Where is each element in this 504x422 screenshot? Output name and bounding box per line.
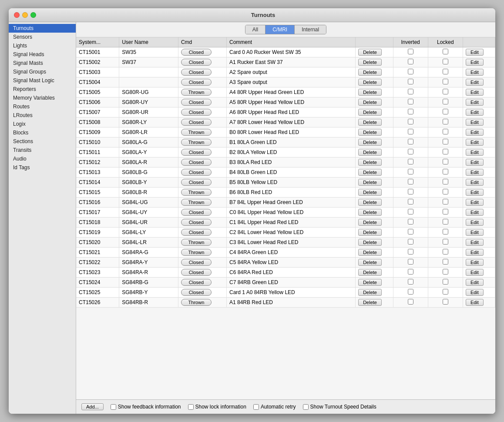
cell-inverted-3[interactable] <box>393 77 428 87</box>
cell-edit-23[interactable]: Edit <box>463 278 495 288</box>
locked-checkbox-16[interactable] <box>443 209 448 214</box>
edit-button-1[interactable]: Edit <box>466 59 484 66</box>
cell-inverted-10[interactable] <box>393 147 428 157</box>
cell-delete-23[interactable]: Delete <box>356 278 393 288</box>
cmd-button-13[interactable]: Closed <box>181 179 212 186</box>
cell-delete-21[interactable]: Delete <box>356 258 393 268</box>
cell-inverted-13[interactable] <box>393 178 428 188</box>
cell-edit-10[interactable]: Edit <box>463 147 495 157</box>
cell-locked-13[interactable] <box>428 178 463 188</box>
inverted-checkbox-13[interactable] <box>408 179 413 184</box>
feedback-checkbox[interactable] <box>111 404 116 410</box>
cmd-button-9[interactable]: Thrown <box>181 139 212 146</box>
delete-button-24[interactable]: Delete <box>358 289 382 296</box>
edit-button-9[interactable]: Edit <box>466 139 484 146</box>
cell-cmd-15[interactable]: Thrown <box>178 198 226 208</box>
cell-edit-7[interactable]: Edit <box>463 117 495 127</box>
inverted-checkbox-22[interactable] <box>408 269 413 275</box>
cell-delete-19[interactable]: Delete <box>356 238 393 248</box>
cmd-button-14[interactable]: Thrown <box>181 189 212 196</box>
cell-inverted-4[interactable] <box>393 87 428 97</box>
edit-button-19[interactable]: Edit <box>466 239 484 246</box>
delete-button-4[interactable]: Delete <box>358 89 382 96</box>
locked-checkbox-11[interactable] <box>443 159 448 164</box>
cmd-button-20[interactable]: Thrown <box>181 249 212 256</box>
cell-inverted-2[interactable] <box>393 67 428 77</box>
edit-button-16[interactable]: Edit <box>466 209 484 216</box>
edit-button-11[interactable]: Edit <box>466 159 484 166</box>
inverted-checkbox-19[interactable] <box>408 239 413 244</box>
cell-locked-9[interactable] <box>428 137 463 147</box>
delete-button-17[interactable]: Delete <box>358 219 382 226</box>
delete-button-6[interactable]: Delete <box>358 109 382 116</box>
locked-checkbox-4[interactable] <box>443 89 448 94</box>
cell-delete-8[interactable]: Delete <box>356 127 393 137</box>
cell-cmd-22[interactable]: Closed <box>178 268 226 278</box>
cell-inverted-7[interactable] <box>393 117 428 127</box>
cell-inverted-21[interactable] <box>393 258 428 268</box>
inverted-checkbox-1[interactable] <box>408 59 413 64</box>
cell-inverted-6[interactable] <box>393 107 428 117</box>
sidebar-item-blocks[interactable]: Blocks <box>9 128 76 137</box>
locked-checkbox-24[interactable] <box>443 289 448 295</box>
cell-cmd-23[interactable]: Closed <box>178 278 226 288</box>
cell-cmd-5[interactable]: Closed <box>178 97 226 107</box>
speed-checkbox[interactable] <box>303 404 309 410</box>
inverted-checkbox-10[interactable] <box>408 149 413 154</box>
locked-checkbox-22[interactable] <box>443 269 448 275</box>
cell-delete-20[interactable]: Delete <box>356 248 393 258</box>
cell-locked-18[interactable] <box>428 228 463 238</box>
sidebar-item-signal-mast-logic[interactable]: Signal Mast Logic <box>9 76 76 85</box>
cell-cmd-0[interactable]: Closed <box>178 47 226 57</box>
locked-checkbox-18[interactable] <box>443 229 448 234</box>
cmd-button-18[interactable]: Closed <box>181 229 212 236</box>
cell-locked-7[interactable] <box>428 117 463 127</box>
locked-checkbox-25[interactable] <box>443 299 448 305</box>
cell-delete-17[interactable]: Delete <box>356 218 393 228</box>
cmd-button-16[interactable]: Closed <box>181 209 212 216</box>
locked-checkbox-0[interactable] <box>443 49 448 54</box>
sidebar-item-routes[interactable]: Routes <box>9 102 76 111</box>
cell-locked-1[interactable] <box>428 57 463 67</box>
cell-locked-3[interactable] <box>428 77 463 87</box>
cell-edit-18[interactable]: Edit <box>463 228 495 238</box>
locked-checkbox-19[interactable] <box>443 239 448 244</box>
cell-locked-10[interactable] <box>428 147 463 157</box>
cell-cmd-11[interactable]: Closed <box>178 157 226 167</box>
delete-button-15[interactable]: Delete <box>358 199 382 206</box>
delete-button-25[interactable]: Delete <box>358 299 382 306</box>
inverted-checkbox-15[interactable] <box>408 199 413 204</box>
inverted-checkbox-20[interactable] <box>408 249 413 255</box>
cell-inverted-20[interactable] <box>393 248 428 258</box>
sidebar-item-sensors[interactable]: Sensors <box>9 33 76 41</box>
locked-checkbox-6[interactable] <box>443 109 448 114</box>
sidebar-item-transits[interactable]: Transits <box>9 146 76 154</box>
cell-edit-2[interactable]: Edit <box>463 67 495 77</box>
delete-button-21[interactable]: Delete <box>358 259 382 266</box>
cmd-button-4[interactable]: Thrown <box>181 89 212 96</box>
cell-inverted-15[interactable] <box>393 198 428 208</box>
cell-delete-11[interactable]: Delete <box>356 157 393 167</box>
delete-button-12[interactable]: Delete <box>358 169 382 176</box>
cell-delete-12[interactable]: Delete <box>356 167 393 178</box>
cell-edit-19[interactable]: Edit <box>463 238 495 248</box>
cell-inverted-22[interactable] <box>393 268 428 278</box>
inverted-checkbox-21[interactable] <box>408 259 413 265</box>
delete-button-10[interactable]: Delete <box>358 149 382 156</box>
locked-checkbox-12[interactable] <box>443 169 448 174</box>
cell-cmd-3[interactable]: Closed <box>178 77 226 87</box>
locked-checkbox-5[interactable] <box>443 99 448 104</box>
sidebar-item-turnouts[interactable]: Turnouts <box>9 24 76 33</box>
inverted-checkbox-0[interactable] <box>408 49 413 54</box>
locked-checkbox-2[interactable] <box>443 69 448 74</box>
cell-edit-5[interactable]: Edit <box>463 97 495 107</box>
cell-locked-5[interactable] <box>428 97 463 107</box>
edit-button-17[interactable]: Edit <box>466 219 484 226</box>
cell-delete-13[interactable]: Delete <box>356 178 393 188</box>
delete-button-13[interactable]: Delete <box>358 179 382 186</box>
sidebar-item-lroutes[interactable]: LRoutes <box>9 111 76 120</box>
cell-locked-20[interactable] <box>428 248 463 258</box>
feedback-checkbox-label[interactable]: Show feedback information <box>111 404 181 410</box>
cmd-button-5[interactable]: Closed <box>181 99 212 106</box>
cell-locked-2[interactable] <box>428 67 463 77</box>
